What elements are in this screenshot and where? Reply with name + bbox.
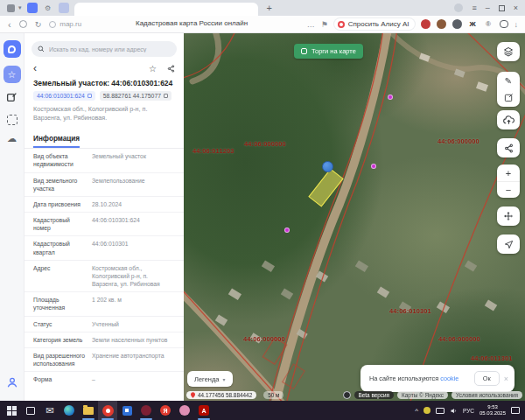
account-icon[interactable] [6, 376, 18, 392]
map-copyright[interactable]: Карты © Яндекс [397, 391, 448, 399]
extension-icon[interactable] [452, 19, 462, 29]
parcel-chips: 44:06:010301:624 58.882761 44.175077 [24, 89, 184, 102]
app-icon[interactable] [175, 401, 194, 420]
cookie-close-icon[interactable]: × [504, 374, 508, 383]
network-icon[interactable] [436, 408, 444, 414]
share-map-button[interactable] [497, 138, 520, 158]
reload-button[interactable]: ↻ [35, 20, 42, 29]
download-icon[interactable]: ↓ [514, 20, 519, 29]
adobe-app-icon[interactable]: A [194, 401, 214, 420]
page-title: Кадастровая карта России онлайн [136, 19, 248, 27]
edit-object-button[interactable] [497, 89, 520, 106]
search-bar[interactable] [32, 41, 177, 57]
cadastral-label: 44:06:000000 [438, 335, 480, 343]
tab-groups-icon[interactable] [7, 4, 15, 12]
zoom-out-button[interactable]: − [497, 181, 520, 198]
language-indicator[interactable]: РУС [463, 408, 474, 414]
cookie-link[interactable]: cookie [440, 374, 458, 382]
coords-chip[interactable]: 58.882761 44.175077 [100, 91, 172, 101]
layers-button[interactable] [497, 42, 520, 61]
info-row: АдресКостромская обл., Кологривский р-н,… [24, 261, 184, 293]
address-bar[interactable]: map.ru [49, 20, 81, 28]
alice-icon [338, 21, 345, 28]
share-parcel-icon[interactable] [167, 65, 175, 73]
trades-checkbox[interactable] [301, 48, 307, 54]
yandex-app-icon[interactable]: Я [156, 401, 175, 420]
extension-icon[interactable] [437, 19, 446, 29]
bookmark-icon[interactable]: ⚑ [321, 20, 328, 29]
clock[interactable]: 9:53 05.03.2025 [480, 404, 506, 417]
trades-on-map-button[interactable]: Торги на карте [294, 44, 363, 59]
satellite-map[interactable]: 44:06:000000 44:06:011203 44:06:000000 4… [184, 33, 525, 401]
start-button[interactable] [2, 401, 21, 420]
cookie-ok-button[interactable]: Ок [474, 371, 500, 386]
extension-icon[interactable]: Ж [468, 19, 478, 29]
window-close-button[interactable]: × [514, 4, 518, 12]
active-tab[interactable] [74, 3, 258, 16]
location-arrow-icon [504, 240, 514, 249]
app-icon[interactable] [136, 401, 156, 420]
extension-icon[interactable] [421, 19, 430, 29]
panel-back-button[interactable]: ‹ [33, 62, 37, 74]
poi-marker[interactable] [388, 94, 393, 100]
tray-expand-icon[interactable]: ^ [415, 407, 418, 415]
volume-icon[interactable] [450, 407, 458, 415]
copy-icon[interactable] [88, 94, 92, 98]
back-button[interactable]: ‹ [8, 19, 11, 30]
terms-link[interactable]: Условия использования [452, 391, 522, 399]
pan-icon [503, 211, 514, 221]
draw-tools-group: ✎ [497, 72, 520, 107]
pinned-tab-other[interactable] [59, 3, 69, 13]
cadastral-number-chip[interactable]: 44:06:010301:624 [33, 91, 95, 101]
copy-icon[interactable] [164, 94, 168, 98]
search-input[interactable] [49, 46, 171, 52]
sidebar-item-cloud[interactable]: ☁ [7, 133, 17, 144]
nspd-logo[interactable] [4, 40, 21, 58]
cadastral-label: 44:06:011301 [471, 354, 512, 362]
parcel-title: Земельный участок: 44:06:010301:624 [24, 76, 184, 89]
poi-marker[interactable] [371, 164, 376, 169]
sidebar-item-select-area[interactable] [7, 115, 18, 125]
chevron-down-icon: ▾ [223, 376, 226, 382]
upload-button[interactable] [497, 110, 520, 130]
parcel-marker-pin[interactable] [322, 161, 333, 172]
more-actions-icon[interactable]: … [307, 20, 315, 29]
pan-mode-button[interactable] [497, 206, 520, 226]
zoom-in-button[interactable]: + [497, 164, 520, 181]
yandex-browser-icon[interactable] [98, 401, 117, 420]
notification-center-icon[interactable] [511, 407, 520, 414]
info-row: Дата присвоения28.10.2024 [24, 197, 184, 213]
pinned-tab-nspd[interactable] [27, 3, 38, 13]
chat-extension-icon[interactable] [500, 20, 508, 28]
tab-information[interactable]: Информация [24, 124, 184, 148]
pinned-tab-settings[interactable]: ⚙ [43, 3, 53, 13]
info-row: СтатусУчтенный [24, 317, 184, 332]
window-minimize-button[interactable]: – [486, 4, 490, 12]
browser-menu-icon[interactable]: ≡ [472, 4, 476, 12]
window-restore-button[interactable] [499, 5, 505, 11]
tray-app-icon[interactable] [424, 407, 430, 414]
profile-avatar[interactable] [454, 4, 463, 12]
tab-list-chevron-icon[interactable]: ▾ [18, 4, 22, 11]
favorite-parcel-icon[interactable]: ☆ [149, 64, 157, 74]
alice-button[interactable]: Спросить Алису AI [334, 18, 415, 30]
sidebar-item-map-edit[interactable] [6, 91, 18, 107]
sidebar-item-favorites[interactable]: ☆ [4, 66, 21, 83]
edge-app-icon[interactable] [60, 401, 79, 420]
my-location-button[interactable] [497, 234, 520, 254]
poi-marker[interactable] [284, 228, 290, 233]
beta-badge: Beta версия [354, 391, 395, 399]
map-statusbar: 44.177456 58.884442 50 м Beta версия Кар… [184, 389, 525, 400]
mail-app-icon[interactable]: ✉ [40, 401, 60, 420]
app-sidebar: ☆ ☁ [0, 33, 24, 401]
protect-icon[interactable] [19, 20, 27, 28]
cadastral-label: 44:06:011203 [192, 147, 234, 155]
store-app-icon[interactable] [117, 401, 136, 420]
task-view-button[interactable] [21, 401, 40, 420]
extension-icon[interactable]: ® [484, 19, 494, 29]
pencil-tool-button[interactable]: ✎ [497, 73, 520, 89]
info-table: Вид объекта недвижимостиЗемельный участо… [24, 149, 184, 387]
new-tab-button[interactable]: + [267, 3, 272, 13]
file-explorer-icon[interactable] [79, 401, 98, 420]
legend-button[interactable]: Легенда ▾ [187, 371, 233, 387]
